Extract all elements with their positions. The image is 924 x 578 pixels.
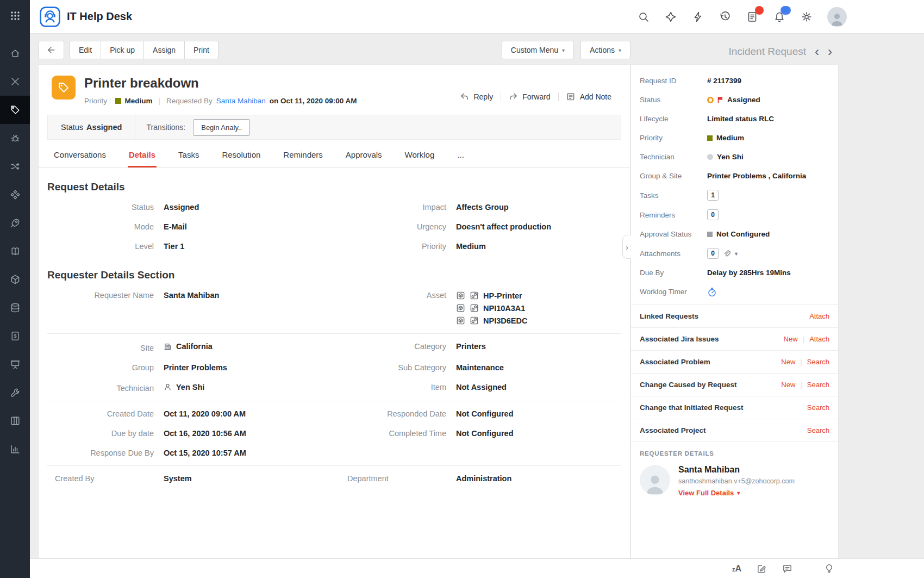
field-value: Medium xyxy=(456,242,486,251)
history-icon[interactable] xyxy=(719,10,732,23)
reply-button[interactable]: Reply xyxy=(452,92,501,101)
record-type-label: Incident Request xyxy=(728,46,806,58)
pickup-button[interactable]: Pick up xyxy=(101,41,144,59)
forward-label: Forward xyxy=(522,92,550,101)
row-label: Associated Jira Issues xyxy=(640,335,719,343)
technician-person-icon xyxy=(164,383,172,391)
requester-link[interactable]: Santa Mahiban xyxy=(216,97,266,105)
field-label: Urgency xyxy=(331,222,446,231)
status-label: Status xyxy=(61,123,83,132)
field-value: Not Assigned xyxy=(456,383,507,391)
sidebar-item-requests[interactable] xyxy=(0,96,30,124)
reminders-count[interactable]: 0 xyxy=(707,209,719,220)
sidebar-item-solutions[interactable] xyxy=(0,181,30,209)
bulb-icon[interactable] xyxy=(824,563,834,574)
field-label: Requester Name xyxy=(39,291,154,300)
notifications-bell-icon[interactable]: 25 xyxy=(773,10,786,23)
field-label: Tasks xyxy=(640,191,707,200)
add-note-button[interactable]: Add Note xyxy=(559,92,619,101)
asset-box-icon xyxy=(456,316,465,325)
approval-status-value: Not Configured xyxy=(707,230,770,238)
search-link[interactable]: Search xyxy=(807,381,829,389)
tasks-count[interactable]: 1 xyxy=(707,190,719,201)
date-fields: Created DateOct 11, 2020 09:00 AM Respon… xyxy=(39,404,630,463)
spark-icon[interactable] xyxy=(664,10,677,23)
paperclip-icon[interactable] xyxy=(722,249,731,258)
prev-record-icon[interactable]: ‹ xyxy=(815,47,819,57)
tab-more[interactable]: ... xyxy=(456,142,465,167)
it-help-desk-app: IT Help Desk 1 25 xyxy=(0,0,924,578)
sidebar-item-projects[interactable] xyxy=(0,350,30,378)
tab-worklog[interactable]: Worklog xyxy=(404,142,436,167)
custom-menu-label: Custom Menu xyxy=(511,46,558,54)
search-link[interactable]: Search xyxy=(807,426,829,434)
settings-gear-icon[interactable] xyxy=(800,10,813,23)
field-value: Assigned xyxy=(164,203,199,212)
user-avatar[interactable] xyxy=(827,7,847,27)
sidebar-item-knowledge[interactable] xyxy=(0,237,30,265)
print-button[interactable]: Print xyxy=(185,41,218,59)
sidebar-item-boards[interactable] xyxy=(0,407,30,435)
sidebar-item-cmdb[interactable] xyxy=(0,294,30,322)
sidebar-item-home[interactable] xyxy=(0,39,30,67)
flag-icon xyxy=(717,96,723,103)
community-icon xyxy=(10,76,21,87)
custom-menu-button[interactable]: Custom Menu▾ xyxy=(502,41,574,59)
release-notes-icon[interactable]: 1 xyxy=(746,10,759,23)
tab-approvals[interactable]: Approvals xyxy=(345,142,383,167)
sidebar-item-automation[interactable] xyxy=(0,124,30,152)
asset-item[interactable]: HP-Printer xyxy=(456,291,527,300)
sidebar-item-reports[interactable] xyxy=(0,435,30,463)
search-link[interactable]: Search xyxy=(807,403,829,412)
next-record-icon[interactable]: › xyxy=(828,47,832,57)
app-launcher-button[interactable] xyxy=(0,0,30,34)
sidebar-item-changes[interactable] xyxy=(0,152,30,181)
link-icon xyxy=(470,291,479,300)
sidebar-item-releases[interactable] xyxy=(0,209,30,237)
chevron-down-icon[interactable]: ▾ xyxy=(735,251,738,257)
asset-item[interactable]: NPI10A3A1 xyxy=(456,303,527,313)
field-label: Site xyxy=(39,344,154,352)
field-value: Doesn't affect production xyxy=(456,222,551,231)
solutions-icon xyxy=(10,189,21,200)
asset-item[interactable]: NPI3D6EDC xyxy=(456,316,527,325)
field-value: Printers xyxy=(456,342,486,351)
new-link[interactable]: New xyxy=(781,381,795,389)
tab-tasks[interactable]: Tasks xyxy=(177,142,200,167)
field-label: Responded Date xyxy=(331,409,446,418)
search-icon[interactable] xyxy=(637,10,650,23)
sidebar-item-contracts[interactable]: $ xyxy=(0,322,30,350)
attachments-count[interactable]: 0 xyxy=(707,248,719,259)
assign-button[interactable]: Assign xyxy=(144,41,185,59)
back-button[interactable] xyxy=(38,41,64,59)
new-link[interactable]: New xyxy=(781,358,795,366)
timer-icon[interactable] xyxy=(707,287,717,297)
sidebar-item-assets[interactable] xyxy=(0,265,30,294)
sidebar-item-admin[interactable] xyxy=(0,378,30,407)
translate-icon[interactable]: zA xyxy=(732,564,741,574)
new-link[interactable]: New xyxy=(784,335,798,343)
attach-link[interactable]: Attach xyxy=(809,312,829,320)
actions-button[interactable]: Actions▾ xyxy=(580,41,630,59)
technician-value: Yen Shi xyxy=(176,383,204,391)
tab-details[interactable]: Details xyxy=(128,142,157,167)
edit-button[interactable]: Edit xyxy=(70,41,101,59)
quick-actions-icon[interactable] xyxy=(691,10,704,23)
tab-reminders[interactable]: Reminders xyxy=(282,142,324,167)
panel-collapse-handle[interactable]: › xyxy=(622,235,631,259)
status-dot-icon xyxy=(707,97,714,103)
content-region: Edit Pick up Assign Print Custom Menu▾ A… xyxy=(30,34,924,578)
compose-note-icon[interactable] xyxy=(757,563,767,574)
tab-conversations[interactable]: Conversations xyxy=(53,142,107,167)
lifecycle-value: Limited status RLC xyxy=(707,115,774,123)
home-icon xyxy=(10,48,21,59)
comment-icon[interactable] xyxy=(782,563,792,574)
tab-resolution[interactable]: Resolution xyxy=(221,142,261,167)
search-link[interactable]: Search xyxy=(807,358,829,366)
begin-analysis-button[interactable]: Begin Analy.. xyxy=(193,119,250,136)
priority-swatch xyxy=(707,135,713,141)
forward-button[interactable]: Forward xyxy=(501,92,558,101)
sidebar-item-community[interactable] xyxy=(0,67,30,96)
view-full-details-link[interactable]: View Full Details▾ xyxy=(678,489,740,497)
attach-link[interactable]: Attach xyxy=(809,335,829,343)
